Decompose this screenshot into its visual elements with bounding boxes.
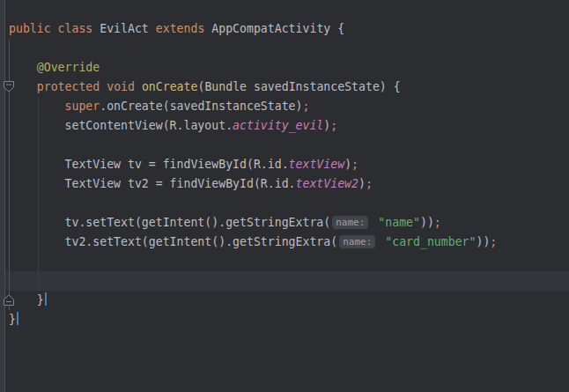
code-segment — [51, 22, 58, 35]
code-line[interactable]: @Override — [9, 58, 569, 78]
code-segment: onCreate — [142, 80, 198, 93]
code-segment: ; — [366, 177, 373, 190]
code-segment: activity_evil — [233, 119, 323, 132]
code-lines: public class EvilAct extends AppCompatAc… — [0, 19, 569, 329]
code-segment: } — [9, 313, 16, 326]
code-line[interactable]: super.onCreate(savedInstanceState); — [9, 97, 569, 116]
code-line[interactable]: tv.setText(getIntent().getStringExtra(na… — [9, 213, 569, 233]
text-caret — [45, 292, 47, 306]
code-segment: ; — [330, 119, 337, 132]
code-segment: extends — [156, 22, 205, 35]
code-segment: EvilAct — [92, 22, 155, 35]
code-segment: tv.setText(getIntent().getStringExtra( — [9, 216, 330, 229]
code-line[interactable]: TextView tv2 = findViewById(R.id.textVie… — [9, 174, 569, 194]
code-segment: )) — [420, 216, 434, 229]
code-segment: public — [9, 22, 51, 35]
code-line[interactable]: } — [9, 291, 569, 310]
code-segment: (Bundle savedInstanceState) { — [197, 80, 400, 93]
parameter-name-inlay-hint: name: — [339, 235, 375, 248]
code-line[interactable] — [9, 39, 569, 58]
parameter-name-inlay-hint: name: — [332, 216, 368, 229]
code-segment: TextView tv = findViewById(R.id. — [9, 158, 289, 171]
code-segment: ) — [344, 158, 351, 171]
code-segment: ; — [434, 216, 441, 229]
code-line[interactable]: tv2.setText(getIntent().getStringExtra(n… — [9, 233, 569, 252]
code-segment — [9, 61, 37, 74]
code-segment: textView — [289, 158, 345, 171]
code-segment: } — [9, 293, 44, 307]
code-line[interactable]: public class EvilAct extends AppCompatAc… — [9, 19, 569, 39]
code-segment: TextView tv2 = findViewById(R.id. — [9, 177, 296, 190]
code-line[interactable] — [9, 252, 569, 271]
code-editor[interactable]: public class EvilAct extends AppCompatAc… — [0, 0, 569, 392]
code-segment: @Override — [37, 61, 100, 74]
code-segment: super — [65, 100, 100, 113]
code-segment — [135, 80, 142, 93]
code-segment — [100, 80, 107, 93]
code-segment: .onCreate(savedInstanceState) — [100, 100, 302, 113]
code-line[interactable]: } — [9, 310, 569, 329]
code-segment: void — [107, 80, 135, 93]
code-segment: AppCompatActivity { — [204, 22, 344, 35]
text-caret — [17, 312, 18, 325]
code-segment: setContentView(R.layout. — [9, 119, 233, 132]
code-segment — [9, 100, 65, 113]
code-line[interactable] — [9, 194, 569, 213]
code-line[interactable] — [9, 271, 569, 291]
code-segment: class — [58, 22, 93, 35]
code-segment — [9, 80, 37, 93]
code-segment: "name" — [378, 216, 420, 229]
code-segment: )) — [476, 235, 490, 248]
code-segment: protected — [37, 80, 100, 93]
code-line[interactable] — [9, 136, 569, 155]
code-line[interactable]: protected void onCreate(Bundle savedInst… — [9, 78, 569, 97]
code-segment: textView2 — [296, 177, 358, 190]
code-segment: ; — [490, 235, 497, 248]
code-segment: "card_number" — [385, 235, 476, 248]
code-line[interactable]: setContentView(R.layout.activity_evil); — [9, 116, 569, 136]
code-segment: tv2.setText(getIntent().getStringExtra( — [9, 235, 337, 248]
code-segment: ) — [358, 177, 366, 190]
code-line[interactable]: TextView tv = findViewById(R.id.textView… — [9, 155, 569, 174]
code-segment: ; — [351, 158, 358, 171]
code-segment: ; — [302, 100, 309, 113]
